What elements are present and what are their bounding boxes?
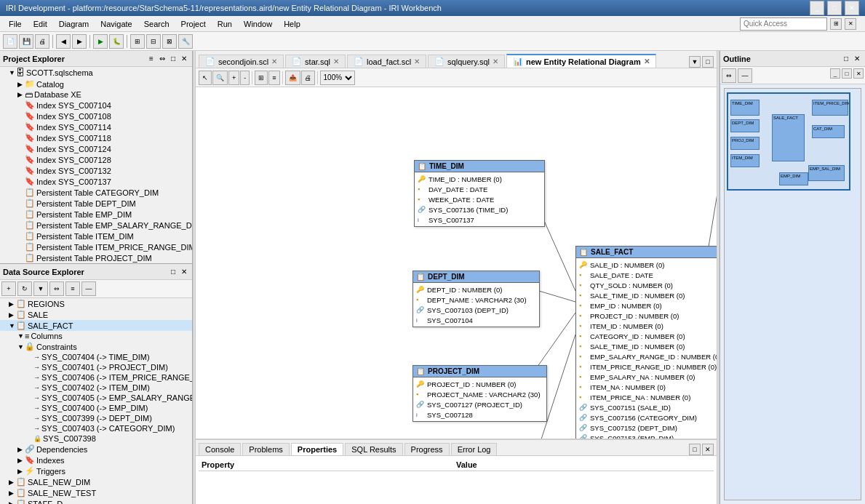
erd-field[interactable]: ▪ SALE_TIME_ID : NUMBER (0): [576, 290, 717, 300]
erd-field[interactable]: ▪ SALE_DATE : DATE: [576, 270, 717, 280]
tb4[interactable]: 🔧: [178, 34, 193, 49]
collapse-all-icon[interactable]: ≡: [147, 54, 156, 63]
erd-field[interactable]: ▪ WEEK_DATE : DATE: [415, 194, 544, 204]
close-icon[interactable]: ✕: [179, 267, 189, 276]
tree-item-idx4[interactable]: ▶ 🔖 Index SYS_C007118: [0, 132, 192, 143]
erd-field[interactable]: ▪ PROJECT_ID : NUMBER (0): [576, 311, 717, 321]
menu-navigate[interactable]: Navigate: [95, 18, 137, 30]
tree-item-emp[interactable]: ▶ 📋 Persistent Table EMP_DIM: [0, 209, 192, 220]
close-editor-btn[interactable]: ✕: [845, 18, 856, 30]
erd-field[interactable]: ▪ QTY_SOLD : NUMBER (0): [576, 280, 717, 290]
dse-c7405[interactable]: ▶ → SYS_C007405 (-> EMP_SALARY_RANGE_DIM…: [0, 393, 192, 403]
maximize-editor-btn[interactable]: □: [702, 56, 714, 68]
menu-diagram[interactable]: Diagram: [53, 18, 95, 30]
fit-btn[interactable]: ⊞: [255, 71, 268, 85]
menu-edit[interactable]: Edit: [28, 18, 53, 30]
tb1[interactable]: ⊞: [130, 34, 145, 49]
dse-c7401[interactable]: ▶ → SYS_C007401 (-> PROJECT_DIM): [0, 362, 192, 372]
erd-field[interactable]: ▪ DEPT_NAME : VARCHAR2 (30): [413, 295, 539, 305]
tree-item-empsalary[interactable]: ▶ 📋 Persistent Table EMP_SALARY_RANGE_DI…: [0, 220, 192, 231]
bottom-maximize-btn[interactable]: □: [689, 444, 701, 455]
expand-icon[interactable]: ▶: [17, 81, 25, 88]
tab-close-icon[interactable]: ✕: [414, 57, 420, 65]
menu-run[interactable]: Run: [212, 18, 238, 30]
dse-salenewtest[interactable]: ▶ 📋 SALE_NEW_TEST: [0, 487, 192, 498]
erd-field[interactable]: 🔗 SYS_C007152 (DEPT_DIM): [576, 423, 717, 433]
erd-field[interactable]: i SYS_C007128: [413, 409, 546, 420]
print-btn[interactable]: 🖨: [35, 34, 49, 49]
e[interactable]: ▼: [17, 343, 25, 351]
maximize-btn[interactable]: □: [827, 1, 842, 15]
dse-collapse-btn[interactable]: —: [81, 281, 96, 296]
erd-field[interactable]: 🔑 PROJECT_ID : NUMBER (0): [413, 379, 546, 389]
erd-field[interactable]: ▪ ITEM_PRICE_RANGE_ID : NUMBER (0): [576, 361, 717, 372]
erd-field[interactable]: ▪ PROJECT_NAME : VARCHAR2 (30): [413, 389, 546, 399]
tree-item-item[interactable]: ▶ 📋 Persistent Table ITEM_DIM: [0, 231, 192, 241]
outline-min-btn[interactable]: _: [830, 68, 840, 79]
dse-regions[interactable]: ▶ 📋 REGIONS: [0, 298, 192, 309]
erd-field[interactable]: i SYS_C007137: [415, 215, 544, 225]
dse-dependencies[interactable]: ▶ 🔗 Dependencies: [0, 444, 192, 455]
erd-field[interactable]: i SYS_C007104: [413, 315, 539, 325]
dse-c7402[interactable]: ▶ → SYS_C007402 (-> ITEM_DIM): [0, 383, 192, 393]
maximize-icon[interactable]: □: [842, 54, 850, 63]
dse-c7398[interactable]: ▶ 🔒 SYS_C007398: [0, 433, 192, 444]
dse-triggers[interactable]: ▶ ⚡ Triggers: [0, 465, 192, 476]
tree-item-idx2[interactable]: ▶ 🔖 Index SYS_C007108: [0, 111, 192, 121]
erd-field[interactable]: 🔗 SYS_C007103 (DEPT_ID): [413, 305, 539, 315]
close-icon[interactable]: ✕: [852, 54, 862, 63]
erd-field[interactable]: 🔗 SYS_C007151 (SALE_ID): [576, 402, 717, 412]
tab-menu-btn[interactable]: ▼: [689, 56, 701, 68]
dse-indexes[interactable]: ▶ 🔖 Indexes: [0, 455, 192, 465]
dse-link-btn[interactable]: ⇔: [49, 281, 64, 296]
tab-starsql[interactable]: 📄 star.sql ✕: [285, 55, 346, 68]
menu-search[interactable]: Search: [138, 18, 175, 30]
bottom-tab-errorlog[interactable]: Error Log: [451, 443, 498, 455]
menu-file[interactable]: File: [3, 18, 28, 30]
close-btn[interactable]: ✕: [845, 1, 859, 15]
erd-field[interactable]: 🔗 SYS_C007136 (TIME_ID): [415, 204, 544, 215]
outline-collapse-btn[interactable]: —: [738, 68, 752, 83]
dse-c7406[interactable]: ▶ → SYS_C007406 (-> ITEM_PRICE_RANGE_DIM…: [0, 372, 192, 383]
maximize-icon[interactable]: □: [169, 267, 178, 276]
dse-constraints[interactable]: ▼ 🔒 Constraints: [0, 341, 192, 352]
bottom-close-btn[interactable]: ✕: [702, 444, 714, 455]
erd-table-sale-fact[interactable]: 📋 SALE_FACT 🔑 SALE_ID : NUMBER (0) ▪ SAL…: [575, 246, 717, 439]
zoom-select[interactable]: 100% 75% 50% 150%: [320, 71, 355, 85]
tab-erd[interactable]: 📊 new Entity Relational Diagram ✕: [506, 54, 656, 68]
erd-table-project-dim[interactable]: 📋 PROJECT_DIM 🔑 PROJECT_ID : NUMBER (0) …: [412, 365, 547, 422]
erd-table-dept-dim[interactable]: 📋 DEPT_DIM 🔑 DEPT_ID : NUMBER (0) ▪ DEPT…: [412, 271, 540, 327]
dse-new-btn[interactable]: +: [1, 281, 16, 296]
tree-item-idx6[interactable]: ▶ 🔖 Index SYS_C007128: [0, 154, 192, 165]
tree-item-itemprice[interactable]: ▶ 📋 Persistent Table ITEM_PRICE_RANGE_DI…: [0, 241, 192, 252]
erd-field[interactable]: ▪ EMP_SALARY_NA : NUMBER (0): [576, 372, 717, 382]
tab-close-icon[interactable]: ✕: [333, 57, 339, 65]
dse-sale[interactable]: ▶ 📋 SALE: [0, 309, 192, 320]
e[interactable]: ▶: [17, 446, 25, 453]
e[interactable]: ▼: [17, 332, 25, 340]
forward-btn[interactable]: ▶: [72, 34, 87, 49]
dse-refresh-btn[interactable]: ↻: [17, 281, 32, 296]
dse-c7399[interactable]: ▶ → SYS_C007399 (-> DEPT_DIM): [0, 413, 192, 423]
tree-item-project[interactable]: ▶ 📋 Persistent Table PROJECT_DIM: [0, 252, 192, 263]
tree-item-idx3[interactable]: ▶ 🔖 Index SYS_C007114: [0, 121, 192, 132]
erd-field[interactable]: ▪ ITEM_NA : NUMBER (0): [576, 382, 717, 392]
bottom-tab-progress[interactable]: Progress: [404, 443, 450, 455]
dse-salenewdim[interactable]: ▶ 📋 SALE_NEW_DIM: [0, 476, 192, 487]
bottom-tab-properties[interactable]: Properties: [291, 443, 343, 455]
outline-close-btn[interactable]: ✕: [853, 68, 864, 79]
e[interactable]: ▶: [9, 479, 16, 486]
tab-close-icon[interactable]: ✕: [493, 57, 498, 65]
bottom-tab-problems[interactable]: Problems: [242, 443, 289, 455]
tree-item-idx5[interactable]: ▶ 🔖 Index SYS_C007124: [0, 143, 192, 154]
zoom-btn[interactable]: 🔍: [212, 71, 228, 85]
e[interactable]: ▶: [9, 489, 16, 497]
menu-help[interactable]: Help: [278, 18, 306, 30]
bottom-tab-console[interactable]: Console: [199, 443, 241, 455]
export-btn[interactable]: 📤: [285, 71, 300, 85]
dse-columns[interactable]: ▼ ≡ Columns: [0, 331, 192, 341]
tree-item-cat[interactable]: ▶ 📋 Persistent Table CATEGORY_DIM: [0, 187, 192, 198]
tree-item-db[interactable]: ▶ 🗃 Database XE: [0, 89, 192, 100]
dse-c7400[interactable]: ▶ → SYS_C007400 (-> EMP_DIM): [0, 403, 192, 413]
tree-item-idx7[interactable]: ▶ 🔖 Index SYS_C007132: [0, 165, 192, 176]
